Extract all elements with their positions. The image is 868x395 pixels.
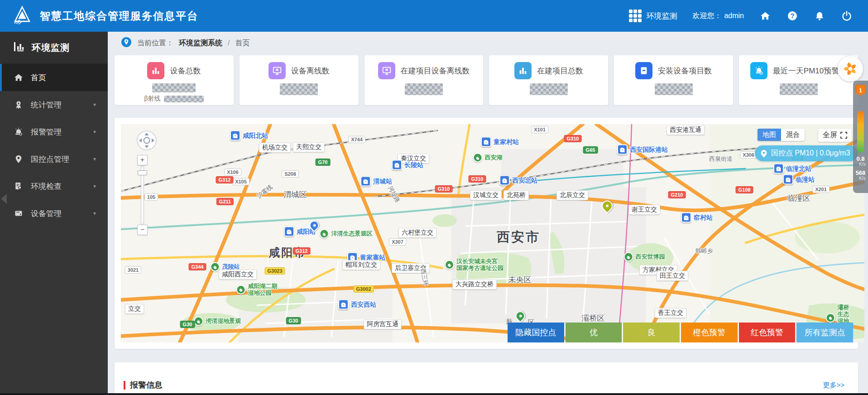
censored-value [152,83,196,92]
park-marker[interactable]: ♠西安湖 [473,153,503,163]
metro-station-marker[interactable]: Ω咸阳北站 [230,130,268,141]
apps-grid-icon [629,10,642,22]
map-type-hybrid-button[interactable]: 混合 [781,129,805,141]
sidebar-collapse-handle[interactable] [1,194,7,204]
map-label: 大兴路立交桥 [452,279,497,289]
map-label: 北苑桥 [504,190,529,200]
road-badge: S208 [282,170,299,178]
fullscreen-button[interactable]: 全屏 [818,129,852,142]
metro-station-marker[interactable]: Ω渭城站 [360,176,392,187]
download-spinner-icon[interactable] [838,56,863,82]
stat-card: 设备总数β射线 [115,55,234,105]
alarm-panel: 报警信息 更多>> [115,362,858,395]
metro-icon: Ω [499,175,510,186]
map-label: 河堤路 [386,185,402,204]
map-label: 西安港互通 [667,125,705,135]
tree-icon: ♠ [320,229,329,239]
help-icon[interactable]: ? [786,10,798,22]
down-arrow-icon: ↓ [855,176,858,181]
park-marker[interactable]: ♠涝渭湿地景观 [194,317,241,326]
main-content: 当前位置：环境监测系统 / 首页 设备总数β射线设备离线数在建项目设备离线数在建… [108,32,868,395]
map-canvas[interactable]: Ω咸阳北站机场立交天熙立交G70X744秦汉立交Ω童家村站X101G310G65… [121,124,864,342]
chart-icon [14,41,25,54]
road-badge: X105 [232,178,249,185]
metro-station-marker[interactable]: Ω西安北站 [499,175,537,186]
legend-button[interactable]: 红色预警 [739,323,796,342]
power-icon[interactable] [841,10,853,22]
metro-station-marker[interactable]: Ω西安国际港站 [617,145,668,155]
legend-button[interactable]: 优 [566,323,622,342]
map-label: 田王立交 [657,271,688,281]
selected-station-pin[interactable] [599,198,615,213]
metro-station-marker[interactable]: Ω临潼北站 [773,164,811,174]
road-badge: G30 [180,321,195,328]
road-badge: X744 [348,136,365,143]
park-marker[interactable]: ♠西安世博园 [624,252,665,262]
page: 智慧工地综合管理服务信息平台 环境监测 欢迎您：admin ? [0,0,868,395]
censored-value [164,96,204,102]
road-badge: X307 [389,238,406,246]
road-badge: G108 [736,186,753,193]
sidebar-item-alarm[interactable]: 报警管理▾ [0,118,108,145]
sidebar: 环境监测 首页统计管理▾报警管理▾国控点管理▾环境检查▾设备管理▾ [0,32,108,395]
legend-button[interactable]: 良 [623,323,680,342]
metro-station-marker[interactable]: Ω长陵站 [392,160,423,170]
sidebar-item-home[interactable]: 首页 [0,64,108,91]
metro-station-marker[interactable]: Ω童家村站 [481,137,519,147]
download-speed: 568 ↓ K/s [855,170,865,181]
park-marker[interactable]: ♠咸阳湖二期 湿地公园 [236,283,278,297]
map-type-map-button[interactable]: 地图 [758,129,781,141]
map-label: 西泉街道 [709,155,733,163]
map-label: 渭城区 [284,189,307,200]
network-monitor-widget[interactable]: 1 0.8 ↑ K/s 568 ↓ K/s [853,81,868,193]
breadcrumb-system[interactable]: 环境监测系统 [179,39,222,48]
stat-card-title: 设备离线数 [291,66,330,76]
metro-icon: Ω [783,174,793,185]
home-icon[interactable] [759,10,771,22]
legend-button[interactable]: 所有监测点 [796,323,853,342]
bell-icon[interactable] [814,10,825,22]
metro-icon: Ω [338,299,349,310]
map-label: 灞桥区 [582,313,605,323]
alarm-more-link[interactable]: 更多>> [823,381,844,390]
shield-badge: 1 [856,85,866,96]
road-badge: G3023 [264,267,285,275]
app-title: 智慧工地综合管理服务信息平台 [40,9,198,23]
map-label: 韩峪乡 [695,247,713,255]
app-logo-icon [12,5,33,26]
metro-station-marker[interactable]: Ω窑村站 [681,212,713,223]
metro-icon: Ω [284,226,294,237]
bar-chart-icon [147,62,164,79]
metro-station-marker[interactable]: Ω临潼站 [783,174,815,185]
metro-station-marker[interactable]: Ω西安西站 [338,299,376,310]
legend-button[interactable]: 橙色预警 [681,323,738,342]
chevron-down-icon: ▾ [93,101,96,108]
map-pin[interactable] [513,309,527,323]
road-badge: 105 [144,193,158,201]
breadcrumb-page[interactable]: 首页 [235,39,249,48]
location-pin-icon [121,37,132,49]
map-label: 未央区 [508,275,532,285]
park-marker[interactable]: ♠汉长安城未央宫 国家考古遗址公园 [445,258,504,272]
park-marker[interactable]: ♠沣渭生态景观区 [320,229,373,239]
alarm-panel-title: 报警信息 [124,380,163,390]
zoom-out-button[interactable]: − [137,225,148,235]
road-badge: G312 [216,176,234,183]
sidebar-item-stats[interactable]: 统计管理▾ [0,91,108,118]
legend-button[interactable]: 隐藏国控点 [508,323,564,342]
sidebar-item-inspect[interactable]: 环境检查▾ [0,173,108,200]
sidebar-item-station[interactable]: 国控点管理▾ [0,145,108,173]
map-pan-control[interactable] [136,130,157,153]
device-icon [14,209,24,218]
map-labels-layer: Ω咸阳北站机场立交天熙立交G70X744秦汉立交Ω童家村站X101G310G65… [121,124,864,342]
metro-icon: Ω [360,176,371,187]
stats-icon [14,100,24,109]
sidebar-item-device[interactable]: 设备管理▾ [0,200,108,227]
zoom-in-button[interactable]: + [137,155,148,165]
app-switcher[interactable]: 环境监测 [629,10,677,22]
stat-card-title: 设备总数 [170,66,201,76]
zoom-slider-handle[interactable] [138,170,147,175]
road-badge: G65 [583,146,598,154]
road-badge: X101 [531,126,548,133]
title-accent-bar [124,381,125,390]
